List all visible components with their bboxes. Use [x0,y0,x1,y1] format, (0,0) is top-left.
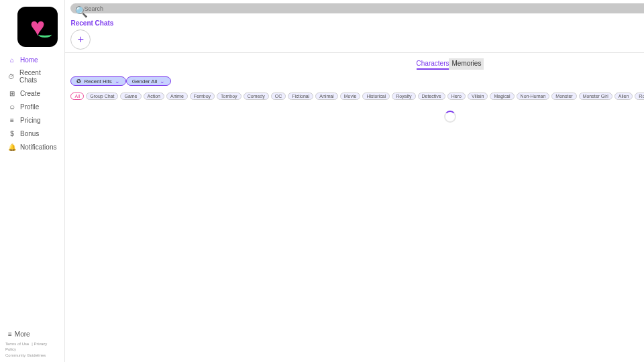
sidebar-item-recent-chats[interactable]: ⏱Recent Chats [5,67,59,86]
tab-memories[interactable]: Memories [449,58,484,70]
tag-magical[interactable]: Magical [490,93,514,100]
sidebar-item-notifications[interactable]: 🔔Notifications [5,141,59,153]
nav-icon: ⌂ [8,56,16,64]
nav-label: Notifications [20,143,56,151]
tag-action[interactable]: Action [144,93,164,100]
nav-label: Recent Chats [19,69,56,84]
search-placeholder: Search [84,5,103,12]
sidebar-item-bonus[interactable]: $Bonus [5,127,59,139]
chevron-down-icon: ⌄ [115,78,120,84]
nav-icon: ⊞ [8,89,16,97]
nav-label: Home [20,56,38,64]
tag-tomboy[interactable]: Tomboy [217,93,241,100]
nav-icon: ⏱ [8,72,15,80]
tag-detective[interactable]: Detective [418,93,445,100]
tag-movie[interactable]: Movie [340,93,361,100]
tag-non-human[interactable]: Non-Human [517,93,550,100]
hamburger-icon: ≡ [8,330,12,338]
tag-game[interactable]: Game [120,93,141,100]
loading-spinner [444,111,456,123]
tag-hero[interactable]: Hero [447,93,466,100]
filter-gender-all[interactable]: Gender All⌄ [126,76,171,86]
add-chat-button[interactable]: + [70,29,91,50]
recent-chats-title: Recent Chats [70,19,644,27]
tag-animal[interactable]: Animal [315,93,337,100]
tag-group-chat[interactable]: Group Chat [86,93,118,100]
nav-icon: 🔔 [8,143,16,151]
search-input[interactable]: 🔍 Search [70,3,644,13]
nav-icon: $ [8,129,16,137]
search-icon: 🔍 [74,5,81,12]
nav-label: Create [20,90,40,97]
nav-icon: ≡ [8,116,16,124]
more-button[interactable]: ≡More [5,328,59,340]
tag-anime[interactable]: Anime [166,93,188,100]
tag-monster[interactable]: Monster [551,93,576,100]
sidebar-item-pricing[interactable]: ≡Pricing [5,114,59,126]
tag-monster-girl[interactable]: Monster Girl [579,93,612,100]
nav-icon: ☺ [8,103,16,111]
tag-comedy[interactable]: Comedy [244,93,269,100]
sidebar-item-profile[interactable]: ☺Profile [5,101,59,113]
app-logo[interactable]: ♥ [17,7,58,47]
tag-fictional[interactable]: Fictional [288,93,313,100]
more-label: More [15,330,30,338]
tag-villain[interactable]: Villain [468,93,488,100]
tag-royalty[interactable]: Royalty [392,93,415,100]
footer-links: Terms of Use| Privacy Policy Community G… [5,341,59,358]
tag-alien[interactable]: Alien [614,93,633,100]
tab-characters[interactable]: Characters [417,58,449,70]
nav-label: Bonus [20,130,39,137]
sidebar-item-home[interactable]: ⌂Home [5,54,59,66]
terms-link[interactable]: Terms of Use [5,342,29,346]
tag-robot[interactable]: Robot [635,93,644,100]
nav-label: Pricing [20,117,41,124]
guidelines-link[interactable]: Community Guidelines [5,353,46,357]
sidebar-item-create[interactable]: ⊞Create [5,87,59,99]
nav-label: Profile [20,103,39,111]
filter-recent-hits[interactable]: ✪Recent Hits⌄ [70,76,125,86]
tag-femboy[interactable]: Femboy [190,93,215,100]
tag-oc[interactable]: OC [271,93,286,100]
tag-historical[interactable]: Historical [362,93,390,100]
tag-all[interactable]: All [70,93,84,100]
chevron-down-icon: ⌄ [160,78,165,84]
